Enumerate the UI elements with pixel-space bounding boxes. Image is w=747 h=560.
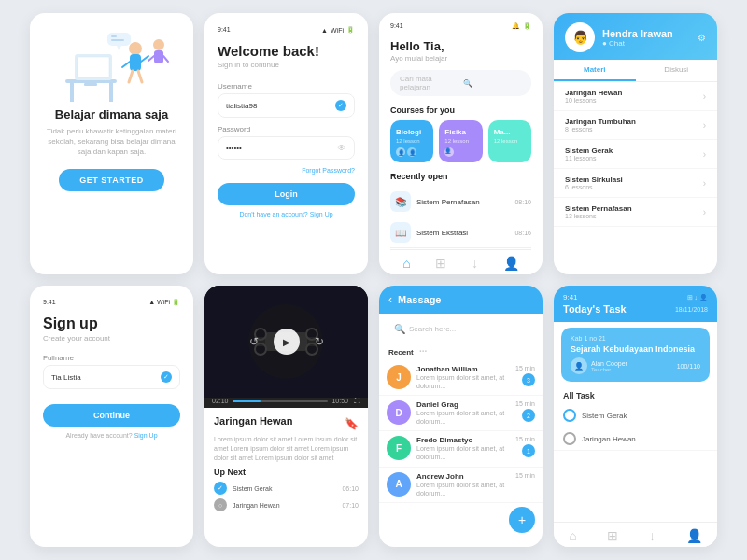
up-next-1[interactable]: ✓ Sistem Gerak 06:10 bbox=[214, 482, 359, 495]
bottom-nav-tasks: ⌂ ⊞ ↓ 👤 bbox=[554, 522, 717, 547]
subject-item-2[interactable]: Jaringan Tumbuhan 8 lessons › bbox=[554, 111, 717, 140]
task-item-1[interactable]: Sistem Gerak bbox=[554, 404, 717, 427]
msg-preview-3: Lorem ipsum dolor sit amet, at dolorum..… bbox=[416, 444, 510, 461]
recent-item-2[interactable]: 📖 Sistem Ekstrasi 08:16 bbox=[390, 217, 531, 248]
task-progress: 100/110 bbox=[677, 363, 700, 370]
subject-teacher-name: Hendra Irawan bbox=[602, 28, 673, 39]
task-item-2[interactable]: Jaringan Hewan bbox=[554, 427, 717, 451]
nav-grid-tasks-icon[interactable]: ⊞ bbox=[607, 528, 618, 543]
fullname-input[interactable]: Tia Listia ✓ bbox=[43, 365, 180, 389]
up-next-title: Up Next bbox=[214, 468, 359, 477]
task-checkbox-1[interactable] bbox=[563, 409, 576, 422]
forward-icon[interactable]: ↻ bbox=[315, 335, 324, 348]
get-started-button[interactable]: GET STARTED bbox=[59, 169, 163, 191]
course-fisika[interactable]: Fisika 12 lesson 👤 bbox=[439, 120, 482, 162]
subject-header: 👨 Hendra Irawan ● Chat ⚙ bbox=[554, 13, 717, 60]
eye-icon: 👁 bbox=[337, 143, 346, 153]
play-button[interactable]: ▶ bbox=[274, 329, 300, 355]
video-title: Jaringan Hewan bbox=[214, 415, 292, 427]
onboarding-desc: Tidak perlu khawatir ketinggalan materi … bbox=[41, 126, 182, 158]
msg-badge-2: 2 bbox=[522, 409, 535, 422]
tab-diskusi[interactable]: Diskusi bbox=[636, 60, 718, 81]
msg-name-1: Jonathan William bbox=[416, 365, 510, 373]
up-next-time-1: 06:10 bbox=[342, 485, 359, 492]
msg-item-3[interactable]: F Fredo Dimastyo Lorem ipsum dolor sit a… bbox=[379, 431, 543, 467]
subject-item-5[interactable]: Sistem Pernafasan 13 lessons › bbox=[554, 198, 717, 227]
nav-home-icon[interactable]: ⌂ bbox=[402, 256, 410, 271]
subject-item-4[interactable]: Sistem Sirkulasi 6 lessons › bbox=[554, 169, 717, 198]
msg-badge-3: 1 bbox=[522, 444, 535, 457]
signup-link[interactable]: Sign Up bbox=[310, 211, 333, 217]
subject-item-3[interactable]: Sistem Gerak 11 lessons › bbox=[554, 140, 717, 169]
card-video: ↺ ▶ ↻ 02:10 10:50 ⛶ Jaringan Hewan 🔖 Lor… bbox=[204, 286, 368, 547]
courses-row: Biologi 12 lesson 👤 👤 Fisika 12 lesson 👤… bbox=[390, 120, 531, 162]
msg-time-1: 15 min bbox=[515, 365, 535, 371]
nav-grid-icon[interactable]: ⊞ bbox=[435, 256, 446, 271]
msg-name-4: Andrew John bbox=[416, 472, 510, 481]
username-label: Username bbox=[218, 82, 355, 91]
msg-item-4[interactable]: A Andrew John Lorem ipsum dolor sit amet… bbox=[379, 468, 543, 503]
nav-download-tasks-icon[interactable]: ↓ bbox=[649, 528, 655, 543]
msg-item-2[interactable]: D Daniel Grag Lorem ipsum dolor sit amet… bbox=[379, 396, 543, 431]
messages-header: ‹ Massage bbox=[379, 286, 543, 314]
nav-home-tasks-icon[interactable]: ⌂ bbox=[569, 528, 576, 543]
fullscreen-icon[interactable]: ⛶ bbox=[354, 398, 360, 404]
svg-line-12 bbox=[138, 71, 142, 82]
continue-section: Continue Already have account? Sign Up bbox=[43, 404, 180, 439]
more-icon[interactable]: ··· bbox=[419, 346, 427, 357]
forgot-password-link[interactable]: Forgot Password? bbox=[218, 167, 355, 174]
bell-icon: 🔔 bbox=[512, 22, 520, 30]
recent-item-1[interactable]: 📚 Sistem Pernafasan 08:10 bbox=[390, 187, 531, 217]
video-overlay: ↺ ▶ ↻ bbox=[204, 286, 368, 398]
tasks-time: 9:41 bbox=[563, 293, 578, 301]
video-progress-bar[interactable] bbox=[233, 400, 329, 402]
up-next-name-1: Sistem Gerak bbox=[233, 485, 336, 492]
up-next-icon-2: ○ bbox=[214, 498, 227, 511]
msg-avatar-3: F bbox=[387, 436, 411, 460]
course-biologi[interactable]: Biologi 12 lesson 👤 👤 bbox=[390, 120, 433, 162]
search-icon: 🔍 bbox=[463, 79, 522, 88]
nav-profile-tasks-icon[interactable]: 👤 bbox=[686, 528, 702, 543]
msg-item-1[interactable]: J Jonathan William Lorem ipsum dolor sit… bbox=[379, 360, 543, 396]
home-time: 9:41 bbox=[390, 22, 403, 30]
bookmark-icon[interactable]: 🔖 bbox=[345, 417, 359, 430]
chevron-right-icon-3: › bbox=[703, 149, 706, 160]
video-controls: 02:10 10:50 ⛶ bbox=[204, 398, 368, 408]
course-sub-fisika: 12 lesson bbox=[444, 138, 476, 144]
login-button[interactable]: Login bbox=[218, 183, 355, 205]
course-math[interactable]: Ma... 12 lesson bbox=[488, 120, 531, 162]
continue-button[interactable]: Continue bbox=[43, 404, 180, 427]
signup-text: Don't have an account? Sign Up bbox=[218, 211, 355, 217]
up-next-2[interactable]: ○ Jaringan Hewan 07:10 bbox=[214, 498, 359, 511]
password-input[interactable]: •••••• 👁 bbox=[218, 136, 355, 160]
card-messages: ‹ Massage 🔍 Search here... Recent ··· J … bbox=[379, 286, 543, 547]
chevron-right-icon-5: › bbox=[703, 207, 706, 217]
rewind-icon[interactable]: ↺ bbox=[249, 335, 259, 348]
username-input[interactable]: tialistia98 ✓ bbox=[218, 93, 355, 118]
chevron-right-icon-4: › bbox=[703, 178, 706, 189]
signup-time: 9:41 bbox=[43, 299, 56, 306]
search-bar[interactable]: Cari mata pelajaran 🔍 bbox=[390, 70, 531, 96]
tab-materi[interactable]: Materi bbox=[554, 60, 636, 81]
bottom-nav-home: ⌂ ⊞ ↓ 👤 bbox=[390, 249, 531, 274]
battery-icon: 🔋 bbox=[523, 22, 531, 30]
compose-fab[interactable]: + bbox=[509, 507, 535, 533]
nav-download-icon[interactable]: ↓ bbox=[472, 256, 478, 271]
card-login: 9:41 ▲ WiFi 🔋 Welcome back! Sign in to c… bbox=[204, 13, 368, 274]
task-date: 18/11/2018 bbox=[675, 306, 708, 313]
login-link[interactable]: Sign Up bbox=[134, 432, 158, 439]
message-search[interactable]: 🔍 Search here... bbox=[387, 319, 535, 339]
subject-avatar: 👨 bbox=[565, 22, 595, 52]
settings-icon[interactable]: ⚙ bbox=[698, 33, 706, 43]
msg-name-3: Fredo Dimastyo bbox=[416, 436, 510, 444]
msg-badge-1: 3 bbox=[522, 373, 535, 386]
nav-profile-icon[interactable]: 👤 bbox=[503, 256, 519, 271]
search-placeholder-msg: Search here... bbox=[409, 325, 456, 333]
subject-item-1[interactable]: Jaringan Hewan 10 lessons › bbox=[554, 82, 717, 111]
back-icon[interactable]: ‹ bbox=[388, 293, 392, 306]
msg-time-4: 15 min bbox=[515, 472, 535, 479]
course-title-math: Ma... bbox=[494, 128, 526, 136]
task-checkbox-2[interactable] bbox=[563, 432, 576, 445]
svg-line-10 bbox=[141, 56, 148, 62]
course-sub-biologi: 12 lesson bbox=[396, 138, 428, 144]
